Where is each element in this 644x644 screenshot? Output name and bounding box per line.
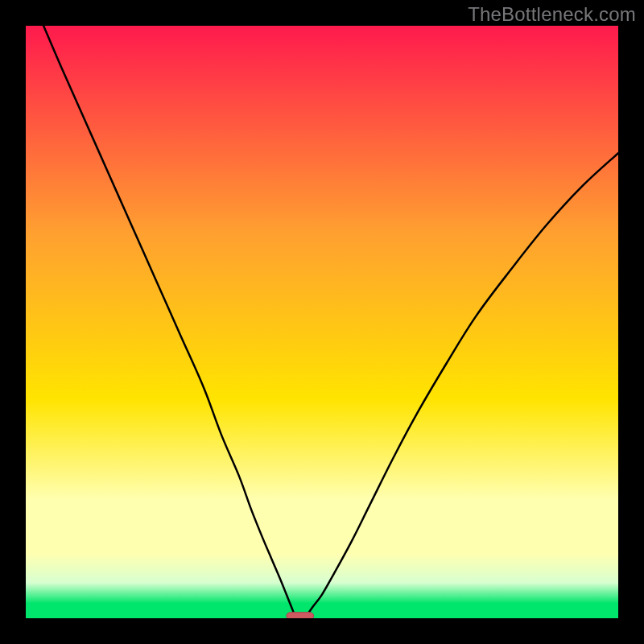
minimum-marker xyxy=(287,613,314,618)
watermark-label: TheBottleneck.com xyxy=(468,3,636,26)
page-root: TheBottleneck.com xyxy=(0,0,644,644)
bottleneck-chart xyxy=(26,26,618,618)
chart-background xyxy=(26,26,618,618)
chart-container xyxy=(26,26,618,618)
